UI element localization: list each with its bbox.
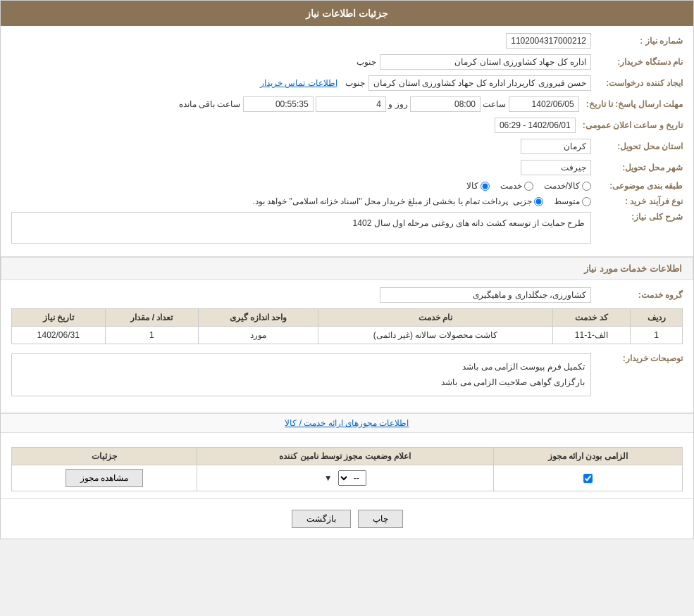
- radio-jozii-item: جزیی: [513, 196, 543, 206]
- cell-vahad: مورد: [199, 327, 318, 344]
- cell-tarikh: 1402/06/31: [12, 327, 106, 344]
- shahr-label: شهر محل تحویل:: [591, 163, 683, 172]
- nam-dastgah-row: نام دستگاه خریدار: اداره کل جهاد کشاورزی…: [11, 54, 683, 70]
- khadamat-section: گروه خدمت: کشاورزی، جنگلداری و ماهیگیری …: [1, 280, 693, 413]
- ijad-zone: جنوب: [342, 77, 368, 89]
- nofarayand-note: پرداخت تمام یا بخشی از مبلغ خریدار محل "…: [252, 196, 508, 206]
- ostan-label: استان محل تحویل:: [591, 142, 683, 151]
- tarikh-value: 1402/06/01 - 06:29: [495, 118, 576, 133]
- radio-kala[interactable]: [481, 182, 490, 191]
- radio-kala-khadamat[interactable]: [582, 182, 591, 191]
- mohlat-row: مهلت ارسال پاسخ: تا تاریخ: 1402/06/05 سا…: [11, 96, 683, 112]
- permit-col-joziyat: جزئیات: [12, 448, 197, 465]
- nam-dastgah-zone: جنوب: [353, 56, 380, 68]
- gorohe-khadamat-value: کشاورزی، جنگلداری و ماهیگیری: [380, 287, 591, 303]
- radio-khadamat-item: خدمت: [500, 181, 533, 191]
- permit-checkbox[interactable]: [583, 474, 593, 483]
- tamas-kharida-link[interactable]: اطلاعات تماس خریدار: [260, 78, 337, 88]
- sharh-koli-row: شرح کلی نیاز: طرح حمایت از توسعه کشت دان…: [11, 212, 683, 244]
- mohlat-label: مهلت ارسال پاسخ: تا تاریخ:: [579, 99, 683, 109]
- ijad-konandeh-label: ایجاد کننده درخواست:: [591, 78, 683, 88]
- permit-status-select[interactable]: --: [338, 470, 366, 486]
- tossiyat-box: تکمیل فرم پیوست الزامی می باشد بارگزاری …: [11, 353, 591, 396]
- shomara-niaz-row: شماره نیاز : 1102004317000212: [11, 33, 683, 49]
- roz-value: 4: [316, 96, 386, 112]
- ostan-row: استان محل تحویل: کرمان: [11, 139, 683, 154]
- permit-section: الزامی بودن ارائه مجوز اعلام وضعیت مجوز …: [1, 433, 693, 499]
- saat-label: ساعت: [483, 99, 506, 109]
- col-radif: ردیف: [631, 309, 683, 327]
- gorohe-khadamat-row: گروه خدمت: کشاورزی، جنگلداری و ماهیگیری: [11, 287, 683, 303]
- nofarayand-radio-group: متوسط جزیی: [513, 196, 591, 206]
- tarikh-label: تاریخ و ساعت اعلان عمومی:: [576, 120, 683, 130]
- tossiyat-label: توصیحات خریدار:: [591, 350, 683, 363]
- nam-dastgah-value: اداره کل جهاد کشاورزی استان کرمان: [380, 54, 591, 70]
- permit-joziyat-cell: مشاهده مجوز: [12, 465, 197, 491]
- shahr-value: جیرفت: [521, 160, 591, 175]
- permit-table-row: -- ▼ مشاهده مجوز: [12, 465, 683, 491]
- radio-kala-label: کالا: [466, 181, 478, 191]
- main-info-section: شماره نیاز : 1102004317000212 نام دستگاه…: [1, 26, 693, 257]
- shomara-niaz-value: 1102004317000212: [506, 33, 591, 49]
- section2-title: اطلاعات خدمات مورد نیاز: [1, 257, 693, 280]
- tossiyat-line2: بارگزاری گواهی صلاحیت الزامی می باشد: [18, 375, 585, 391]
- ijad-konandeh-row: ایجاد کننده درخواست: حسن فیروزی کاربردار…: [11, 75, 683, 91]
- permit-alam-cell: -- ▼: [197, 465, 493, 491]
- sharh-koli-value: طرح حمایت از توسعه کشت دانه های روغنی مر…: [353, 218, 585, 228]
- tossiyat-row: توصیحات خریدار: تکمیل فرم پیوست الزامی م…: [11, 350, 683, 400]
- cell-radif: 1: [631, 327, 683, 344]
- col-tarikh: تاریخ نیاز: [12, 309, 106, 327]
- permit-dropdown-icon: ▼: [324, 473, 333, 483]
- mohlat-time: 08:00: [410, 96, 481, 112]
- sharh-koli-box: طرح حمایت از توسعه کشت دانه های روغنی مر…: [11, 212, 591, 244]
- col-code: کد خدمت: [552, 309, 630, 327]
- sharh-koli-label: شرح کلی نیاز:: [591, 212, 683, 222]
- cell-tedad: 1: [105, 327, 199, 344]
- shomara-niaz-label: شماره نیاز :: [591, 36, 683, 46]
- col-name: نام خدمت: [318, 309, 553, 327]
- permit-table: الزامی بودن ارائه مجوز اعلام وضعیت مجوز …: [11, 447, 683, 491]
- ijad-konandeh-value: حسن فیروزی کاربردار اداره کل جهاد کشاورز…: [368, 75, 591, 91]
- table-row: 1 الف-1-11 کاشت محصولات سالانه (غیر دائم…: [12, 327, 683, 344]
- radio-jozii[interactable]: [534, 197, 543, 206]
- col-tedad: تعداد / مقدار: [105, 309, 199, 327]
- mohlat-date: 1402/06/05: [509, 96, 579, 112]
- permit-col-alam: اعلام وضعیت مجوز توسط نامین کننده: [197, 448, 493, 465]
- print-button[interactable]: چاپ: [358, 510, 403, 528]
- cell-name: کاشت محصولات سالانه (غیر دائمی): [318, 327, 553, 344]
- radio-khadamat-label: خدمت: [500, 181, 522, 191]
- shahr-row: شهر محل تحویل: جیرفت: [11, 160, 683, 175]
- radio-kala-item: کالا: [466, 181, 490, 191]
- cell-code: الف-1-11: [552, 327, 630, 344]
- back-button[interactable]: بازگشت: [292, 510, 351, 528]
- tabaqe-radio-group: کالا/خدمت خدمت کالا: [466, 181, 591, 191]
- permit-col-elzami: الزامی بودن ارائه مجوز: [493, 448, 682, 465]
- radio-kala-khadamat-item: کالا/خدمت: [544, 181, 591, 191]
- bottom-link-bar[interactable]: اطلاعات مجوزهای ارائه خدمت / کالا: [1, 413, 693, 433]
- radio-moutasset-label: متوسط: [554, 196, 580, 206]
- nofarayand-row: نوع فرآیند خرید : متوسط جزیی پرداخت تمام…: [11, 196, 683, 206]
- bottom-link-text: اطلاعات مجوزهای ارائه خدمت / کالا: [285, 418, 409, 428]
- nofarayand-label: نوع فرآیند خرید :: [591, 196, 683, 206]
- ostan-value: کرمان: [521, 139, 591, 154]
- col-vahad: واحد اندازه گیری: [199, 309, 318, 327]
- page-wrapper: جزئیات اطلاعات نیاز شماره نیاز : 1102004…: [0, 0, 694, 539]
- page-header: جزئیات اطلاعات نیاز: [1, 1, 693, 26]
- tarikh-row: تاریخ و ساعت اعلان عمومی: 1402/06/01 - 0…: [11, 118, 683, 133]
- radio-moutasset[interactable]: [582, 197, 591, 206]
- radio-khadamat[interactable]: [524, 182, 533, 191]
- roz-label: روز و: [388, 99, 407, 109]
- radio-jozii-label: جزیی: [513, 196, 532, 206]
- tossiyat-line1: تکمیل فرم پیوست الزامی می باشد: [18, 360, 585, 375]
- tabaqe-row: طبقه بندی موضوعی: کالا/خدمت خدمت کالا: [11, 181, 683, 191]
- services-table: ردیف کد خدمت نام خدمت واحد اندازه گیری ت…: [11, 308, 683, 344]
- tabaqe-label: طبقه بندی موضوعی:: [591, 181, 683, 191]
- nam-dastgah-label: نام دستگاه خریدار:: [591, 57, 683, 67]
- permit-elzami-cell: [493, 465, 682, 491]
- gorohe-khadamat-label: گروه خدمت:: [591, 290, 683, 300]
- radio-kala-khadamat-label: کالا/خدمت: [544, 181, 580, 191]
- saat-baqi-label: ساعت باقی مانده: [179, 99, 241, 109]
- page-title: جزئیات اطلاعات نیاز: [306, 8, 388, 19]
- view-permit-button[interactable]: مشاهده مجوز: [66, 469, 143, 487]
- button-bar: چاپ بازگشت: [1, 499, 693, 539]
